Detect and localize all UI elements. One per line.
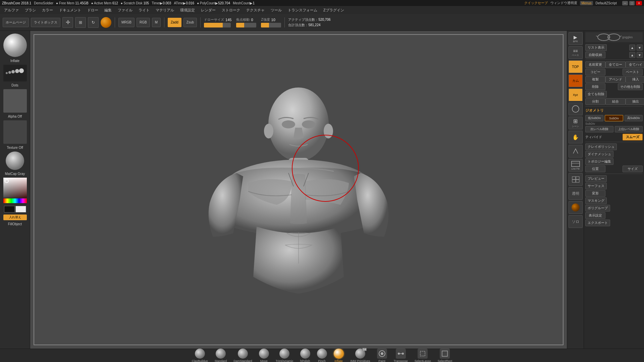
mrgb-button[interactable]: MRGB bbox=[118, 18, 135, 27]
alpha-preview[interactable] bbox=[3, 89, 27, 113]
menu-brush[interactable]: ブラシ bbox=[22, 7, 39, 13]
surface-button[interactable]: サーフェス bbox=[585, 183, 607, 189]
xyz-button[interactable]: Xyz bbox=[569, 88, 583, 101]
dynamesh-button[interactable]: ダイナメッシュ bbox=[585, 151, 613, 158]
subdiv-label[interactable]: SubDiv bbox=[605, 115, 623, 121]
menu-edit[interactable]: 編集 bbox=[102, 7, 114, 13]
color-picker[interactable] bbox=[3, 178, 27, 203]
transparency-button[interactable]: 透明 bbox=[569, 187, 583, 200]
top-button[interactable]: TOP bbox=[569, 60, 583, 73]
deform-button[interactable]: 変形 bbox=[585, 190, 605, 197]
brush-sphere[interactable] bbox=[3, 34, 27, 57]
list-view-button[interactable]: リスト表示 bbox=[585, 44, 607, 51]
linefill-button[interactable]: Line Fill bbox=[569, 159, 583, 172]
menu-render[interactable]: レンダー bbox=[198, 7, 218, 13]
polygroup-button[interactable]: ポリグループ bbox=[585, 205, 610, 212]
menu-color[interactable]: カラー bbox=[39, 7, 56, 13]
position-button[interactable]: 位置 bbox=[585, 166, 605, 172]
menu-document[interactable]: ドキュメント bbox=[56, 7, 84, 13]
color-gradient-box[interactable] bbox=[3, 178, 27, 198]
menus-btn[interactable]: Menus bbox=[580, 1, 593, 5]
tool-move[interactable]: Move bbox=[259, 349, 269, 362]
auto-save-button[interactable]: 自動収納 bbox=[585, 52, 605, 58]
m-button[interactable]: M bbox=[152, 18, 161, 27]
lightbox-button[interactable]: ライトボックス bbox=[31, 18, 60, 27]
del-lower-button[interactable]: 次レベル削除 bbox=[585, 126, 613, 132]
tool-selectlasso[interactable]: SelectLasso bbox=[415, 349, 431, 362]
menu-draw[interactable]: ドロー bbox=[85, 7, 101, 13]
brush-icon[interactable] bbox=[101, 17, 111, 28]
merge-button[interactable]: 結合 bbox=[605, 98, 626, 105]
fill-object-label[interactable]: FillObject bbox=[8, 222, 22, 226]
tool-pinch[interactable]: Pinch bbox=[317, 349, 327, 362]
tool-selectrect[interactable]: SelectRect bbox=[438, 349, 452, 362]
window-transparent-btn[interactable]: ウィンドウ透明度 bbox=[550, 1, 577, 5]
menu-stroke[interactable]: ストローク bbox=[219, 7, 243, 13]
cam-button[interactable]: カム bbox=[569, 74, 583, 87]
tool-damstandard[interactable]: DamStandard bbox=[233, 349, 252, 362]
menu-texture[interactable]: テクスチャ bbox=[244, 7, 267, 13]
masking-button[interactable]: マスキング bbox=[585, 197, 607, 204]
scroll-down-button[interactable]: ▼ bbox=[637, 45, 643, 51]
split-button[interactable]: 分割 bbox=[585, 98, 605, 105]
intensity-slider[interactable] bbox=[261, 23, 281, 27]
tool-transpose[interactable]: Transpose bbox=[394, 349, 408, 362]
stroke-preview[interactable] bbox=[3, 65, 27, 81]
menu-zplugin[interactable]: Zプラグイン bbox=[321, 7, 347, 13]
hue-slider[interactable] bbox=[3, 198, 27, 203]
bpr-button[interactable]: ▶ BPR bbox=[569, 32, 583, 45]
rgb-button[interactable]: RGB bbox=[137, 18, 150, 27]
zadd-button[interactable]: Zadd bbox=[168, 18, 181, 27]
white-swatch[interactable] bbox=[15, 206, 26, 213]
matcap-small-button[interactable] bbox=[569, 201, 583, 214]
solo-button[interactable]: ソロ bbox=[569, 215, 583, 228]
clay-polish-button[interactable]: クレイポリッシュ bbox=[585, 143, 617, 150]
rename-button[interactable]: 名前変更 bbox=[585, 61, 605, 68]
all-low-button[interactable]: 全てロー bbox=[605, 61, 626, 68]
tool-imm[interactable]: 14 IMM Primitives bbox=[351, 349, 370, 362]
menu-light[interactable]: ライト bbox=[136, 7, 152, 13]
all-high-button[interactable]: 全てハイ bbox=[626, 61, 644, 68]
append-button[interactable]: アペンド bbox=[605, 76, 626, 83]
scroll-up-2-button[interactable]: ▲ bbox=[629, 52, 635, 58]
goggles-icon[interactable]: goggles bbox=[585, 32, 643, 42]
export-button[interactable]: エクスポート bbox=[585, 220, 610, 226]
zsub-button[interactable]: Zsub bbox=[183, 18, 197, 27]
tool-paint[interactable]: Paint bbox=[377, 349, 387, 362]
size-button[interactable]: サイズ bbox=[623, 166, 643, 172]
insert-button[interactable]: 挿入 bbox=[626, 76, 644, 83]
low-subdiv-button[interactable]: 低SubDiv bbox=[585, 115, 603, 121]
tool-trimdynamic[interactable]: TrimDynamic bbox=[276, 349, 293, 362]
delete-others-button[interactable]: その他を削除 bbox=[618, 83, 643, 90]
menu-transform[interactable]: トランスフォーム bbox=[285, 7, 320, 13]
nav-rotate-button[interactable]: ↻ bbox=[88, 17, 99, 28]
tool-hpolish[interactable]: hPolish bbox=[300, 349, 310, 362]
extract-button[interactable]: 抽出 bbox=[626, 98, 644, 105]
matcap-sphere[interactable] bbox=[6, 152, 24, 170]
sculpt-button[interactable] bbox=[569, 145, 583, 158]
display-settings-button[interactable]: 表示設定 bbox=[585, 212, 605, 219]
menu-tool[interactable]: ツール bbox=[268, 7, 284, 13]
tool-claybuild[interactable]: ClayBuildup bbox=[192, 349, 208, 362]
base-button-rp[interactable]: ベースト bbox=[623, 69, 643, 75]
hand-button[interactable]: ✋ bbox=[569, 131, 583, 143]
swap-button[interactable]: 入れ替え bbox=[3, 215, 27, 220]
delete-all-button[interactable]: 全てを削除 bbox=[585, 91, 607, 98]
topology-button[interactable]: トポロジー編集 bbox=[585, 158, 613, 165]
draw-size-slider[interactable] bbox=[204, 23, 231, 27]
del-upper-button[interactable]: 上位レベル削除 bbox=[615, 126, 643, 132]
default-zscript-btn[interactable]: DefaultZScript bbox=[596, 1, 617, 5]
sphere-button[interactable] bbox=[569, 103, 583, 115]
focal-slider[interactable] bbox=[236, 23, 256, 27]
texture-preview[interactable] bbox=[3, 120, 27, 144]
menu-material[interactable]: マテリアル bbox=[153, 7, 177, 13]
preview-button[interactable]: プレビュー bbox=[585, 175, 607, 182]
quicksave-btn[interactable]: クイックセーブ bbox=[524, 1, 548, 5]
menu-preferences[interactable]: 環境設定 bbox=[177, 7, 198, 13]
poly-button[interactable] bbox=[569, 173, 583, 186]
smooth-button[interactable]: スムーズ bbox=[623, 134, 643, 140]
base-button[interactable]: ≡≡ ベース bbox=[569, 46, 583, 59]
scroll-up-button[interactable]: ▲ bbox=[629, 45, 635, 51]
high-subdiv-button[interactable]: 高SubDiv bbox=[625, 115, 643, 121]
duplicate-button[interactable]: 複製 bbox=[585, 76, 605, 83]
